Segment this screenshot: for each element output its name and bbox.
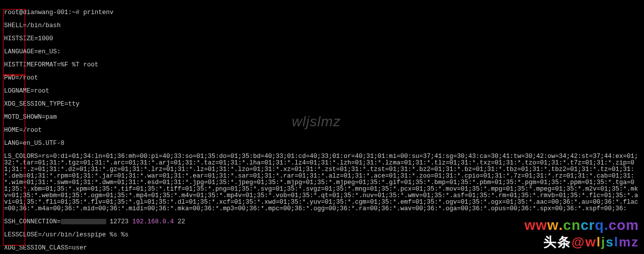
env-line: LESSCLOSE=/usr/bin/lesspipe %s %s	[4, 232, 640, 238]
env-value: 12723	[106, 218, 133, 225]
prompt-path: :~#	[68, 9, 84, 16]
env-line: HISTSIZE=1000	[4, 36, 640, 42]
prompt-user-host: root@dianwang-001	[4, 9, 68, 16]
env-line: XDG_SESSION_TYPE=tty	[4, 101, 640, 108]
env-line: LOGNAME=root	[4, 88, 640, 95]
prompt-line-1: root@dianwang-001:~# printenv	[4, 10, 640, 16]
terminal-window[interactable]: root@dianwang-001:~# printenv SHELL=/bin…	[0, 0, 644, 254]
env-line: SHELL=/bin/bash	[4, 23, 640, 29]
redacted-block	[61, 219, 106, 224]
env-line: PWD=/root	[4, 75, 640, 81]
env-line: XDG_SESSION_CLASS=user	[4, 245, 640, 251]
env-line: HOME=/root	[4, 127, 640, 134]
env-line: LS_COLORS=rs=0:di=01;34:ln=01;36:mh=00:p…	[4, 153, 640, 212]
command: printenv	[84, 9, 114, 16]
ip-address: 192.168.0.4	[132, 218, 174, 225]
env-line: LANGUAGE=en_US:	[4, 49, 640, 55]
env-value: 22	[174, 218, 186, 225]
env-key: SSH_CONNECTION=	[4, 218, 61, 225]
env-line: MOTD_SHOWN=pam	[4, 114, 640, 121]
env-line: SSH_CONNECTION= 12723 192.168.0.4 22	[4, 219, 640, 225]
env-line: HISTTIMEFORMAT=%F %T root	[4, 62, 640, 68]
env-line: LANG=en_US.UTF-8	[4, 140, 640, 147]
